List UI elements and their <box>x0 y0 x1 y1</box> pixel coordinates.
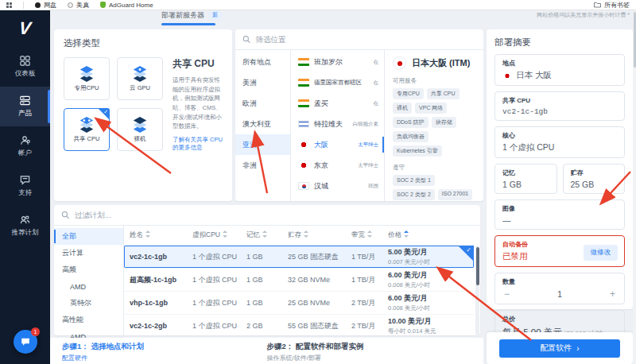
column-header-name[interactable]: 姓名 <box>124 230 192 240</box>
city-tel-aviv[interactable]: 特拉维夫白细胞介素 <box>291 114 384 134</box>
column-header-price[interactable]: 价格 <box>388 230 474 240</box>
scrollbar-thumb[interactable] <box>634 12 636 68</box>
steps-footer: 步骤1： 选择地点和计划 配置硬件 步骤2： 配置软件和部署实例 操作系统/软件… <box>50 338 483 364</box>
sidebar-item-support[interactable]: 支持 <box>0 166 50 206</box>
region-australia[interactable]: 澳大利亚 <box>235 114 290 134</box>
region-africa[interactable]: 非洲 <box>235 155 290 176</box>
region-europe[interactable]: 欧洲 <box>235 93 290 114</box>
summary-cores-card: 核心 1 个虚拟 CPU <box>494 126 625 158</box>
sidebar-item-products[interactable]: 产品 <box>0 87 50 126</box>
configure-software-button[interactable]: 配置软件 › <box>499 339 620 358</box>
quantity-increase-button[interactable]: + <box>608 288 617 300</box>
korea-flag-icon <box>298 182 309 190</box>
plan-filter-amd[interactable]: AMD <box>54 278 123 295</box>
bookmark-item[interactable]: AdGuard Home <box>100 2 153 9</box>
region-list: 所有地点 美洲 欧洲 澳大利亚 亚洲 非洲 <box>235 50 291 201</box>
tab-active-underline <box>161 23 215 25</box>
bookmark-item[interactable]: 美真 <box>68 1 89 10</box>
compliance-tag: ISO 27001 <box>438 189 472 200</box>
step-2[interactable]: 步骤2： 配置软件和部署实例 操作系统/软件/部署 <box>267 342 472 360</box>
location-filter-panel: 所有地点 美洲 欧洲 澳大利亚 亚洲 非洲 班加罗尔在 德里国家首都辖区在 孟买… <box>235 29 483 201</box>
plan-row-vhf-1c-1gb[interactable]: 超高频-1c-1gb 1 个虚拟 CPU 1 GB 32 GB NVMe 1 T… <box>124 269 474 292</box>
plan-filter-intel[interactable]: 英特尔 <box>54 295 123 312</box>
sidebar-item-referral[interactable]: 推荐计划 <box>0 206 50 246</box>
sidebar: V 仪表板 产品 帐户 支持 推荐计划 <box>0 10 50 364</box>
page-tab[interactable]: 部署新服务器 新 <box>161 10 222 22</box>
region-americas[interactable]: 美洲 <box>235 72 290 93</box>
page-scrollbar[interactable] <box>633 10 636 364</box>
backup-change-button[interactable]: 做修改 <box>584 245 619 261</box>
summary-location-card: 地点 日本 大阪 <box>494 54 625 86</box>
city-singapore[interactable]: 新加坡SG <box>291 196 384 201</box>
summary-plan-label: 共享 CPU <box>502 96 617 105</box>
column-header-memory[interactable]: 记忆 <box>246 230 288 240</box>
city-mumbai[interactable]: 孟买在 <box>291 93 384 114</box>
shared-cpu-icon <box>77 116 96 134</box>
bookmark-label: AdGuard Home <box>109 2 153 9</box>
select-type-panel: 选择类型 专用CPU 云 GPU ✓ 共享 CPU 裸机 <box>54 29 232 201</box>
city-osaka[interactable]: 大阪太平绅士 <box>291 134 384 155</box>
step-1[interactable]: 步骤1： 选择地点和计划 配置硬件 <box>62 342 267 360</box>
configure-software-label: 配置软件 <box>540 343 572 354</box>
step-1-subtitle: 配置硬件 <box>62 354 267 362</box>
apps-grid-icon[interactable] <box>6 2 12 8</box>
sidebar-item-account[interactable]: 帐户 <box>0 126 50 166</box>
dedicated-cpu-icon <box>77 65 96 83</box>
summary-storage-value: 25 GB <box>571 180 618 189</box>
column-header-vcpu[interactable]: 虚拟CPU <box>192 230 246 240</box>
summary-quantity-card: 数量 − 1 + <box>494 273 625 304</box>
scrollbar-thumb[interactable] <box>476 247 479 285</box>
vultr-logo[interactable]: V <box>0 10 50 47</box>
plan-row-vc2-1c-1gb[interactable]: vc2-1c-1gb 1 个虚拟 CPU 1 GB 25 GB 固态硬盘 1 T… <box>124 246 474 269</box>
type-card-shared-cpu[interactable]: ✓ 共享 CPU <box>64 108 110 151</box>
type-card-label: 专用CPU <box>75 84 99 92</box>
services-label: 可用服务 <box>393 77 475 85</box>
plan-search-input[interactable] <box>75 211 473 219</box>
city-seoul[interactable]: 汉城韩国 <box>291 176 384 196</box>
column-header-storage[interactable]: 贮存 <box>288 230 351 240</box>
quantity-decrease-button[interactable]: − <box>502 288 511 300</box>
summary-storage-card: 贮存 25 GB <box>563 164 626 194</box>
bookmark-label: 网盘 <box>44 1 56 10</box>
type-card-cloud-gpu[interactable]: 云 GPU <box>117 57 163 100</box>
city-tokyo[interactable]: 东京太平绅士 <box>291 155 384 176</box>
table-scrollbar[interactable] <box>475 246 479 345</box>
step-1-title: 步骤1： 选择地点和计划 <box>62 342 267 352</box>
region-asia[interactable]: 亚洲 <box>235 134 290 155</box>
live-chat-button[interactable]: 1 <box>14 330 37 354</box>
bookmark-icon <box>35 2 41 8</box>
summary-image-label: 图像 <box>502 204 617 213</box>
all-bookmarks-button[interactable]: 所有书签 <box>594 1 630 10</box>
location-detail: 日本大阪 (ITM) 可用服务 专用CPU 共享 CPU 裸机 VPC 网络 D… <box>385 50 483 201</box>
bookmark-label: 美真 <box>76 1 89 10</box>
location-search[interactable] <box>235 29 483 50</box>
plan-filter-cloud-compute[interactable]: 云计算 <box>54 245 123 261</box>
plan-row-vc2-1c-2gb[interactable]: vc2-1c-2gb 1 个虚拟 CPU 2 GB 55 GB 固态硬盘 2 T… <box>124 315 474 338</box>
plan-search[interactable] <box>54 205 480 226</box>
type-card-label: 云 GPU <box>130 84 150 92</box>
shared-cpu-learn-more-link[interactable]: 了解有关共享 CPU 的更多信息 <box>173 136 223 153</box>
city-delhi[interactable]: 德里国家首都辖区在 <box>291 72 384 93</box>
city-bangalore[interactable]: 班加罗尔在 <box>291 52 384 72</box>
service-tag: 共享 CPU <box>427 88 460 99</box>
plan-filter-high-frequency[interactable]: 高频 <box>54 261 123 278</box>
support-chat-icon <box>19 174 31 186</box>
region-all[interactable]: 所有地点 <box>235 52 290 72</box>
type-info-description: 适用于具有突发性能的应用程序虚拟机，例如测试版网站、博客、CMS、开发/测试环境… <box>173 76 223 131</box>
plan-table-header: 姓名 虚拟CPU 记忆 贮存 带宽 价格 <box>124 226 474 246</box>
plan-filter-all[interactable]: 全部 <box>54 228 123 245</box>
bookmark-item[interactable]: 网盘 <box>35 1 56 10</box>
bare-metal-icon <box>130 116 149 134</box>
type-card-bare-metal[interactable]: 裸机 <box>117 108 163 151</box>
adguard-shield-icon <box>100 2 106 8</box>
location-search-input[interactable] <box>255 35 476 44</box>
sidebar-item-dashboard[interactable]: 仪表板 <box>0 47 50 87</box>
type-card-dedicated-cpu[interactable]: 专用CPU <box>64 57 110 100</box>
plan-row-vhp-1c-1gb[interactable]: vhp-1c-1gb 1 个虚拟 CPU 1 GB 25 GB NVMe 2 T… <box>124 292 474 315</box>
column-header-bandwidth[interactable]: 带宽 <box>351 230 388 240</box>
check-icon: ✓ <box>466 246 471 254</box>
select-type-title: 选择类型 <box>64 37 223 49</box>
plan-filter-high-performance[interactable]: 高性能 <box>54 312 123 328</box>
israel-flag-icon <box>298 120 309 128</box>
divider <box>23 2 24 9</box>
